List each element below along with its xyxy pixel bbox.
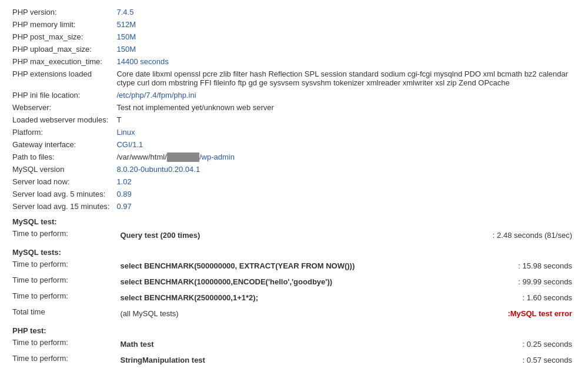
php-exec-label: PHP max_execution_time:	[9, 55, 113, 68]
mysql-query-test-name: Query test (200 times)	[116, 229, 410, 241]
mysql-time-label-4: Time to perform:	[9, 290, 113, 306]
php-ext-label: PHP extensions loaded	[9, 68, 113, 89]
mysql-time-label-1: Time to perform:	[9, 227, 113, 243]
php-test1-row: Math test : 0.25 seconds	[113, 336, 579, 352]
mysql-test1-row: select BENCHMARK(500000000, EXTRACT(YEAR…	[113, 258, 579, 274]
gateway-value: CGI/1.1	[113, 138, 579, 151]
php-post-label: PHP post_max_size:	[9, 31, 113, 43]
server-load-value: 1.02	[113, 175, 579, 188]
php-version-label: PHP version:	[9, 6, 113, 18]
mysql-test2-result: : 99.99 seconds	[410, 276, 576, 288]
mysql-time-label-3: Time to perform:	[9, 274, 113, 290]
php-memory-value: 512M	[113, 18, 579, 31]
server-load5-value: 0.89	[113, 188, 579, 200]
php-time-label-1: Time to perform:	[9, 336, 113, 352]
mysql-total-label: Total time	[9, 306, 113, 321]
mysql-test3-row: select BENCHMARK(25000000,1+1*2); : 1.60…	[113, 290, 579, 306]
php-ini-label: PHP ini file location:	[9, 89, 113, 101]
php-ini-value: /etc/php/7.4/fpm/php.ini	[113, 89, 579, 101]
platform-label: Platform:	[9, 126, 113, 138]
mysql-query-test-result: : 2.48 seconds (81/sec)	[410, 229, 576, 241]
php-test-header: PHP test:	[9, 321, 579, 336]
php-upload-label: PHP upload_max_size:	[9, 43, 113, 55]
php-test1-name: Math test	[116, 338, 410, 350]
mysql-test-header: MySQL test:	[9, 213, 579, 227]
gateway-label: Gateway interface:	[9, 138, 113, 151]
mysql-query-test-row: Query test (200 times) : 2.48 seconds (8…	[113, 227, 579, 243]
mysql-test1-name: select BENCHMARK(500000000, EXTRACT(YEAR…	[116, 260, 410, 272]
mysql-tests-header: MySQL tests:	[9, 243, 579, 258]
php-time-label-2: Time to perform:	[9, 352, 113, 368]
webserver-value: Test not implemented yet/unknown web ser…	[113, 101, 579, 114]
php-ext-value: Core date libxml openssl pcre zlib filte…	[113, 68, 579, 89]
server-load15-label: Server load avg. 15 minutes:	[9, 200, 113, 213]
mysql-test3-name: select BENCHMARK(25000000,1+1*2);	[116, 291, 410, 304]
mysql-test3-result: : 1.60 seconds	[410, 291, 576, 304]
php-version-value: 7.4.5	[113, 6, 579, 18]
php-exec-value: 14400 seconds	[113, 55, 579, 68]
platform-value: Linux	[113, 126, 579, 138]
server-load-label: Server load now:	[9, 175, 113, 188]
path-value: /var/www/html/██████/wp-admin	[113, 151, 579, 163]
mysql-test2-name: select BENCHMARK(10000000,ENCODE('hello'…	[116, 276, 410, 288]
webserver-label: Webserver:	[9, 101, 113, 114]
path-label: Path to files:	[9, 151, 113, 163]
loaded-mods-label: Loaded webserver modules:	[9, 114, 113, 126]
mysql-test1-result: : 15.98 seconds	[410, 260, 576, 272]
php-upload-value: 150M	[113, 43, 579, 55]
server-load5-label: Server load avg. 5 minutes:	[9, 188, 113, 200]
mysql-total-row: (all MySQL tests) :MySQL test error	[113, 306, 579, 321]
mysql-total-name: (all MySQL tests)	[116, 307, 410, 320]
php-test1-result: : 0.25 seconds	[410, 338, 576, 350]
loaded-mods-value: T	[113, 114, 579, 126]
mysql-total-result: :MySQL test error	[410, 307, 576, 320]
mysql-time-label-2: Time to perform:	[9, 258, 113, 274]
php-post-value: 150M	[113, 31, 579, 43]
server-load15-value: 0.97	[113, 200, 579, 213]
php-test2-row: StringManipulation test : 0.57 seconds	[113, 352, 579, 368]
php-test2-name: StringManipulation test	[116, 354, 410, 366]
mysql-ver-value: 8.0.20-0ubuntu0.20.04.1	[113, 163, 579, 175]
mysql-ver-label: MySQL version	[9, 163, 113, 175]
mysql-test2-row: select BENCHMARK(10000000,ENCODE('hello'…	[113, 274, 579, 290]
php-test2-result: : 0.57 seconds	[410, 354, 576, 366]
php-memory-label: PHP memory limit:	[9, 18, 113, 31]
